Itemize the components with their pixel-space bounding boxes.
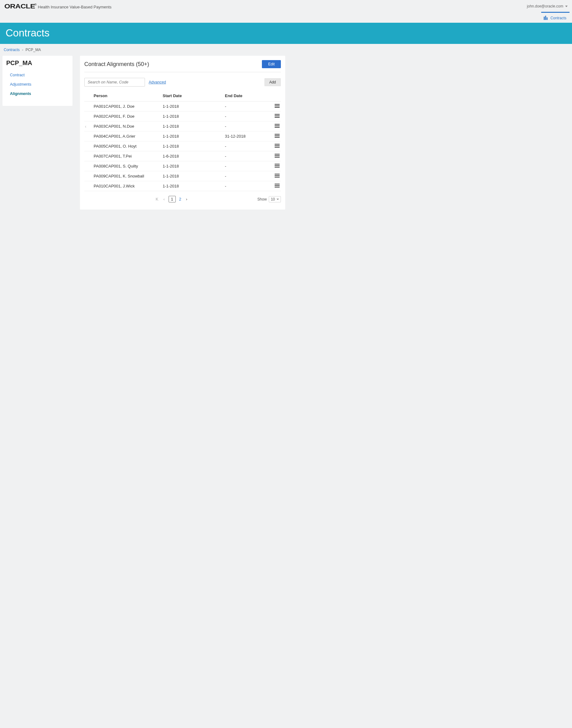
add-button[interactable]: Add [264,78,281,86]
row-menu-icon[interactable] [269,134,281,138]
row-menu-icon[interactable] [269,174,281,178]
sidebar: PCP_MA ContractAdjustmentsAlignments [2,56,72,106]
cell-start-date: 1-1-2018 [163,114,225,119]
cell-start-date: 1-1-2018 [163,104,225,109]
table-row: PA007CAP001, T.Pei1-6-2018- [84,151,281,161]
svg-rect-1 [545,16,546,20]
svg-rect-23 [275,167,280,168]
page-title: Contracts [6,27,50,39]
svg-rect-15 [275,144,280,144]
column-end-date: End Date [225,94,269,98]
cell-person: PA002CAP001, F. Doe [94,114,163,119]
breadcrumb-separator: - [22,48,23,52]
brand-trademark: ® [34,3,37,6]
row-menu-icon[interactable] [269,144,281,148]
pager-next[interactable]: › [186,197,187,201]
contracts-icon [543,15,549,21]
page-size-value: 10 [269,196,281,202]
svg-rect-9 [275,124,280,125]
pager-page-2[interactable]: 2 [177,196,183,202]
pager: K ‹ 1 2 › [84,196,258,202]
card-title: Contract Alignments (50+) [84,61,149,68]
advanced-link[interactable]: Advanced [149,80,166,84]
page-size-select[interactable]: 10 [269,197,281,201]
breadcrumb-root-link[interactable]: Contracts [4,48,20,52]
table-row: PA009CAP001, K. Snowball1-1-2018- [84,171,281,181]
cell-start-date: 1-1-2018 [163,184,225,188]
edit-button[interactable]: Edit [262,60,281,68]
cell-start-date: 1-6-2018 [163,154,225,159]
cell-end-date: 31-12-2018 [225,134,269,138]
svg-rect-6 [275,114,280,115]
user-menu[interactable]: john.doe@oracle.com [527,4,568,8]
search-input[interactable] [84,78,145,86]
cell-person: PA007CAP001, T.Pei [94,154,163,159]
svg-rect-10 [275,125,280,126]
table-row: PA010CAP001, J.Wick1-1-2018- [84,181,281,191]
cell-start-date: 1-1-2018 [163,174,225,178]
cell-end-date: - [225,154,269,159]
cell-end-date: - [225,164,269,169]
svg-rect-14 [275,137,280,138]
table-row: PA004CAP001, A.Grier1-1-201831-12-2018 [84,131,281,141]
search-left: Advanced [84,78,166,86]
table-row: PA001CAP001, J. Doe1-1-2018- [84,102,281,112]
nav-tab-label: Contracts [551,16,566,20]
table-row: PA002CAP001, F. Doe1-1-2018- [84,112,281,121]
table-row: PA005CAP001, O. Hoyt1-1-2018- [84,141,281,151]
search-row: Advanced Add [84,78,281,86]
user-email: john.doe@oracle.com [527,4,563,8]
svg-rect-19 [275,156,280,156]
row-menu-icon[interactable] [269,184,281,188]
cell-person: PA005CAP001, O. Hoyt [94,144,163,148]
svg-rect-29 [275,187,280,187]
table-row: PA008CAP001, S. Quilty1-1-2018- [84,161,281,171]
table-row: ‹PA003CAP001, N.Doe1-1-2018- [84,121,281,131]
svg-rect-12 [275,134,280,134]
row-menu-icon[interactable] [269,104,281,109]
product-subtitle: Health Insurance Value-Based Payments [38,5,112,9]
cell-person: PA009CAP001, K. Snowball [94,174,163,178]
cell-start-date: 1-1-2018 [163,164,225,169]
row-gutter: ‹ [84,124,94,129]
cell-person: PA010CAP001, J.Wick [94,184,163,188]
page-size-control: Show 10 [258,197,281,201]
cell-end-date: - [225,184,269,188]
pagination-row: K ‹ 1 2 › Show 10 [84,196,281,202]
row-menu-icon[interactable] [269,154,281,159]
svg-rect-20 [275,157,280,158]
cell-person: PA001CAP001, J. Doe [94,104,163,109]
svg-rect-27 [275,184,280,184]
svg-rect-3 [275,104,280,105]
brand-area: ORACLE® Health Insurance Value-Based Pay… [4,2,112,10]
show-label: Show [258,197,267,201]
svg-rect-13 [275,135,280,136]
sidebar-item-contract[interactable]: Contract [6,70,69,80]
column-start-date: Start Date [163,94,225,98]
row-menu-icon[interactable] [269,164,281,169]
pager-prev[interactable]: ‹ [162,196,166,202]
svg-rect-8 [275,117,280,118]
row-menu-icon[interactable] [269,124,281,129]
cell-end-date: - [225,114,269,119]
nav-tab-contracts[interactable]: Contracts [541,12,570,23]
cell-end-date: - [225,124,269,129]
sidebar-item-adjustments[interactable]: Adjustments [6,80,69,89]
column-person: Person [94,94,163,98]
row-menu-icon[interactable] [269,114,281,119]
main-card: Contract Alignments (50+) Edit Advanced … [80,56,285,209]
cell-end-date: - [225,104,269,109]
sidebar-item-alignments[interactable]: Alignments [6,89,69,99]
svg-rect-2 [547,17,548,20]
top-header: ORACLE® Health Insurance Value-Based Pay… [0,0,572,12]
cell-person: PA008CAP001, S. Quilty [94,164,163,169]
svg-rect-17 [275,147,280,147]
svg-rect-5 [275,107,280,108]
breadcrumb-current: PCP_MA [25,48,41,52]
alignments-table: Person Start Date End Date PA001CAP001, … [84,94,281,191]
svg-rect-7 [275,116,280,116]
svg-rect-0 [544,17,545,20]
cell-person: PA003CAP001, N.Doe [94,124,163,129]
pager-page-1[interactable]: 1 [168,196,176,202]
pager-first[interactable]: K [155,196,160,202]
